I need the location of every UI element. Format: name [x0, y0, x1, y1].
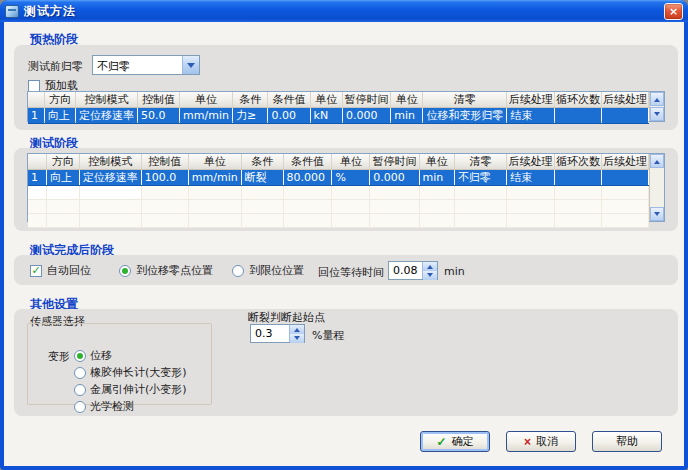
grid-cell[interactable]: 结束: [507, 108, 554, 124]
column-header[interactable]: [28, 92, 44, 108]
break-start-stepper[interactable]: 0.3: [250, 324, 305, 343]
wait-time-value[interactable]: 0.08: [389, 262, 422, 279]
radio-selected-icon[interactable]: [74, 350, 86, 362]
grid-cell[interactable]: 1: [28, 170, 46, 186]
break-start-value[interactable]: 0.3: [251, 325, 289, 342]
grid-cell[interactable]: mm/min: [188, 170, 241, 186]
chevron-down-icon[interactable]: [182, 56, 199, 74]
test-table[interactable]: 方向控制模式控制值单位条件条件值单位暂停时间单位清零后续处理循环次数后续处理1向…: [27, 153, 665, 222]
grid-cell[interactable]: kN: [310, 108, 342, 124]
column-header[interactable]: 后续处理: [602, 92, 649, 108]
zero-before-select[interactable]: 不归零: [92, 55, 200, 75]
grid-cell[interactable]: 定位移速率: [79, 170, 141, 186]
grid-cell[interactable]: [554, 108, 601, 124]
column-header[interactable]: 暂停时间: [370, 154, 419, 170]
grid-cell[interactable]: 向上: [46, 170, 79, 186]
grid-row[interactable]: 1向上定位移速率50.0mm/min力≥0.00kN0.000min位移和变形归…: [28, 108, 649, 124]
column-header[interactable]: 单位: [332, 154, 370, 170]
radio-icon[interactable]: [74, 384, 86, 396]
grid-cell[interactable]: 向上: [44, 108, 75, 124]
deform-radio-option[interactable]: 位移: [74, 348, 187, 363]
column-header[interactable]: 控制值: [138, 92, 180, 108]
spin-down-icon[interactable]: [423, 271, 437, 280]
spin-down-icon[interactable]: [290, 334, 304, 343]
column-header[interactable]: 条件: [233, 92, 268, 108]
spin-up-icon[interactable]: [423, 262, 437, 271]
radio-selected-icon[interactable]: [119, 265, 131, 277]
grid-cell[interactable]: 0.000: [370, 170, 419, 186]
spin-up-icon[interactable]: [290, 325, 304, 334]
column-header[interactable]: 循环次数: [554, 154, 601, 170]
column-header[interactable]: 单位: [188, 154, 241, 170]
grid-empty-row[interactable]: [28, 200, 649, 214]
column-header[interactable]: 控制值: [141, 154, 188, 170]
grid-cell[interactable]: min: [391, 108, 423, 124]
grid-cell[interactable]: min: [419, 170, 454, 186]
grid-cell[interactable]: 断裂: [241, 170, 283, 186]
grid-cell[interactable]: 50.0: [138, 108, 180, 124]
grid-empty-row[interactable]: [28, 186, 649, 200]
preheat-grid[interactable]: 方向控制模式控制值单位条件条件值单位暂停时间单位清零后续处理循环次数后续处理1向…: [28, 92, 649, 124]
scroll-up-icon[interactable]: [650, 154, 664, 168]
grid-cell[interactable]: 1: [28, 108, 44, 124]
column-header[interactable]: 循环次数: [554, 92, 601, 108]
cancel-button[interactable]: × 取消: [506, 431, 576, 452]
return-zero-radio[interactable]: 到位移零点位置: [119, 263, 213, 278]
deform-radio-option[interactable]: 金属引伸计(小变形): [74, 382, 187, 397]
column-header[interactable]: 清零: [455, 154, 507, 170]
column-header[interactable]: 后续处理: [602, 154, 649, 170]
column-header[interactable]: [28, 154, 46, 170]
grid-cell[interactable]: mm/min: [180, 108, 233, 124]
preheat-table-scrollbar[interactable]: [649, 92, 664, 121]
title-bar[interactable]: 测试方法 ×: [0, 0, 688, 22]
column-header[interactable]: 单位: [180, 92, 233, 108]
test-table-scrollbar[interactable]: [649, 154, 664, 221]
grid-cell[interactable]: 定位移速率: [76, 108, 138, 124]
column-header[interactable]: 方向: [46, 154, 79, 170]
radio-icon[interactable]: [74, 367, 86, 379]
scroll-down-icon[interactable]: [650, 207, 664, 221]
radio-icon[interactable]: [232, 265, 244, 277]
grid-cell[interactable]: 力≥: [233, 108, 268, 124]
column-header[interactable]: 控制模式: [79, 154, 141, 170]
grid-cell[interactable]: %: [332, 170, 370, 186]
column-header[interactable]: 暂停时间: [342, 92, 390, 108]
close-icon[interactable]: ×: [664, 3, 683, 20]
grid-row[interactable]: 1向上定位移速率100.0mm/min断裂80.000%0.000min不归零结…: [28, 170, 649, 186]
column-header[interactable]: 控制模式: [76, 92, 138, 108]
grid-empty-row[interactable]: [28, 214, 649, 228]
column-header[interactable]: 清零: [423, 92, 507, 108]
ok-button[interactable]: ✓ 确定: [420, 431, 490, 452]
grid-cell[interactable]: 100.0: [141, 170, 188, 186]
test-grid[interactable]: 方向控制模式控制值单位条件条件值单位暂停时间单位清零后续处理循环次数后续处理1向…: [28, 154, 649, 228]
grid-cell[interactable]: [602, 108, 649, 124]
grid-cell[interactable]: 不归零: [455, 170, 507, 186]
column-header[interactable]: 条件值: [283, 154, 332, 170]
grid-cell[interactable]: 80.000: [283, 170, 332, 186]
radio-icon[interactable]: [74, 401, 86, 413]
grid-cell[interactable]: [602, 170, 649, 186]
deform-radio-option[interactable]: 光学检测: [74, 399, 187, 414]
help-button[interactable]: 帮助: [592, 431, 662, 452]
return-limit-radio[interactable]: 到限位位置: [232, 263, 304, 278]
preheat-table[interactable]: 方向控制模式控制值单位条件条件值单位暂停时间单位清零后续处理循环次数后续处理1向…: [27, 91, 665, 122]
grid-cell[interactable]: [554, 170, 601, 186]
grid-cell[interactable]: 0.000: [342, 108, 390, 124]
column-header[interactable]: 后续处理: [507, 154, 555, 170]
column-header[interactable]: 单位: [310, 92, 342, 108]
column-header[interactable]: 单位: [391, 92, 423, 108]
grid-cell[interactable]: 位移和变形归零: [423, 108, 507, 124]
auto-return-checkbox[interactable]: ✓ 自动回位: [30, 263, 91, 278]
scroll-down-icon[interactable]: [650, 107, 664, 121]
column-header[interactable]: 条件值: [268, 92, 310, 108]
scroll-up-icon[interactable]: [650, 92, 664, 106]
deform-radio-option[interactable]: 橡胶伸长计(大变形): [74, 365, 187, 380]
checkbox-icon[interactable]: [28, 80, 40, 92]
checkbox-checked-icon[interactable]: ✓: [30, 265, 42, 277]
wait-time-stepper[interactable]: 0.08: [388, 261, 438, 280]
column-header[interactable]: 单位: [419, 154, 454, 170]
column-header[interactable]: 条件: [241, 154, 283, 170]
column-header[interactable]: 后续处理: [507, 92, 554, 108]
grid-cell[interactable]: 0.00: [268, 108, 310, 124]
column-header[interactable]: 方向: [44, 92, 75, 108]
